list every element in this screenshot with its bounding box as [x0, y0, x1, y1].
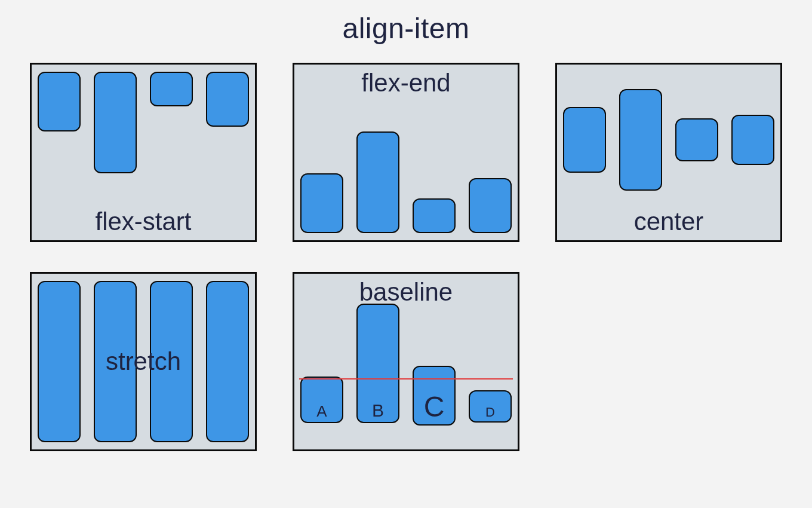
panel-baseline: baseline A B C D: [293, 272, 519, 451]
flex-item: [563, 107, 606, 173]
flex-item: B: [356, 304, 399, 423]
panel-label-baseline: baseline: [294, 280, 518, 305]
page-title: align-item: [24, 12, 788, 45]
panel-label-flex-end: flex-end: [294, 71, 518, 96]
flex-item: [206, 281, 249, 442]
panel-center: center: [555, 63, 782, 242]
item-text: C: [424, 390, 445, 423]
flex-item: [619, 89, 662, 191]
panel-stretch: stretch: [30, 272, 257, 451]
panel-label-center: center: [557, 209, 780, 234]
flex-item: [150, 281, 193, 442]
stretch-items: [38, 281, 249, 442]
flex-item: [413, 198, 456, 233]
flex-item: [206, 72, 249, 127]
panel-flex-end: flex-end: [293, 63, 519, 242]
flex-item: C: [413, 366, 456, 426]
flex-item: A: [300, 377, 343, 423]
item-text: A: [316, 402, 327, 421]
flex-item: D: [469, 390, 512, 423]
flex-item: [94, 72, 137, 173]
flex-item: [38, 72, 81, 131]
flex-item: [150, 72, 193, 106]
flex-start-items: [38, 72, 249, 198]
panel-grid: flex-start flex-end center: [24, 63, 788, 451]
baseline-items: A B C D: [300, 310, 512, 442]
flex-item: [300, 173, 343, 233]
item-text: D: [485, 405, 495, 420]
diagram-page: align-item flex-start flex-end: [0, 0, 812, 508]
flex-item: [94, 281, 137, 442]
flex-end-items: [300, 100, 512, 233]
center-items: [563, 72, 774, 207]
flex-item: [675, 118, 718, 161]
flex-item: [38, 281, 81, 442]
panel-flex-start: flex-start: [30, 63, 257, 242]
item-text: B: [372, 400, 384, 421]
flex-item: [731, 115, 774, 165]
panel-label-flex-start: flex-start: [32, 209, 255, 234]
flex-item: [469, 178, 512, 233]
flex-item: [356, 131, 399, 233]
